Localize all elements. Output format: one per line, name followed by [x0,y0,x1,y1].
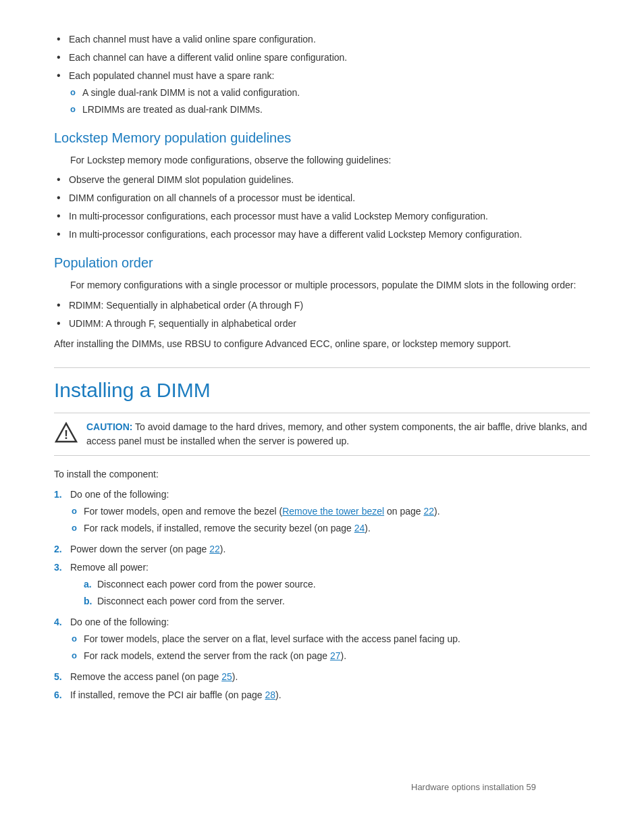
step-2-num: 2. [54,542,70,556]
installing-heading: Installing a DIMM [54,367,590,402]
step-3-subitems: a. Disconnect each power cord from the p… [70,577,590,608]
intro-bullet-3: Each populated channel must have a spare… [54,69,590,117]
link-page-27[interactable]: 27 [330,650,341,661]
step-1-subitems: For tower models, open and remove the be… [70,504,590,536]
step-3-sub-a: a. Disconnect each power cord from the p… [70,577,590,592]
link-page-28[interactable]: 28 [265,689,275,700]
install-intro: To install the component: [54,467,590,481]
install-steps: 1. Do one of the following: For tower mo… [54,488,590,702]
population-footer-text: After installing the DIMMs, use RBSU to … [54,336,590,351]
step-1-num: 1. [54,488,70,538]
caution-label: CAUTION: [86,421,132,432]
svg-text:!: ! [64,428,68,442]
lockstep-bullet-3: In multi-processor configurations, each … [54,209,590,224]
step-3-sub-b: b. Disconnect each power cord from the s… [70,594,590,608]
intro-bullet-1: Each channel must have a valid online sp… [54,32,590,47]
lockstep-heading: Lockstep Memory population guidelines [54,130,590,146]
step-2: 2. Power down the server (on page 22). [54,542,590,556]
step-1-sub-1: For tower models, open and remove the be… [70,504,590,519]
lockstep-bullet-4: In multi-processor configurations, each … [54,228,590,242]
step-1-content: Do one of the following: For tower model… [70,488,590,538]
population-bullet-1: RDIMM: Sequentially in alphabetical orde… [54,298,590,313]
population-heading: Population order [54,255,590,271]
step-4-num: 4. [54,615,70,666]
subbullet-1: A single dual-rank DIMM is not a valid c… [69,86,590,100]
caution-box: ! CAUTION: To avoid damage to the hard d… [54,413,590,456]
step-6: 6. If installed, remove the PCI air baff… [54,688,590,702]
step-3-label-b: b. [84,594,97,608]
intro-bullet-2: Each channel can have a different valid … [54,51,590,65]
step-4-sub-2: For rack models, extend the server from … [70,649,590,663]
spare-rank-subbullets: A single dual-rank DIMM is not a valid c… [69,86,590,117]
link-remove-bezel[interactable]: Remove the tower bezel [282,506,384,517]
lockstep-bullet-list: Observe the general DIMM slot population… [54,173,590,242]
population-bullet-list: RDIMM: Sequentially in alphabetical orde… [54,298,590,331]
lockstep-intro: For Lockstep memory mode configurations,… [70,153,590,167]
step-4-subitems: For tower models, place the server on a … [70,632,590,663]
step-5: 5. Remove the access panel (on page 25). [54,670,590,684]
caution-text: CAUTION: To avoid damage to the hard dri… [86,420,590,448]
population-bullet-2: UDIMM: A through F, sequentially in alph… [54,317,590,331]
step-1-sub-2: For rack models, if installed, remove th… [70,521,590,536]
intro-bullet-list: Each channel must have a valid online sp… [54,32,590,117]
step-5-content: Remove the access panel (on page 25). [70,670,590,684]
caution-icon: ! [54,421,78,446]
step-4: 4. Do one of the following: For tower mo… [54,615,590,666]
step-3: 3. Remove all power: a. Disconnect each … [54,561,590,611]
link-page-24[interactable]: 24 [354,523,365,533]
subbullet-2: LRDIMMs are treated as dual-rank DIMMs. [69,103,590,117]
step-5-num: 5. [54,670,70,684]
link-page-22b[interactable]: 22 [209,544,220,554]
lockstep-bullet-2: DIMM configuration on all channels of a … [54,191,590,205]
step-6-content: If installed, remove the PCI air baffle … [70,688,590,702]
link-page-25[interactable]: 25 [221,671,232,682]
link-page-22a[interactable]: 22 [424,506,435,517]
step-4-sub-1: For tower models, place the server on a … [70,632,590,646]
lockstep-bullet-1: Observe the general DIMM slot population… [54,173,590,187]
step-4-content: Do one of the following: For tower model… [70,615,590,666]
step-3-num: 3. [54,561,70,611]
page-footer: Hardware options installation 59 [411,782,536,792]
population-intro: For memory configurations with a single … [70,278,590,292]
step-3-label-a: a. [84,577,97,592]
step-2-content: Power down the server (on page 22). [70,542,590,556]
step-3-content: Remove all power: a. Disconnect each pow… [70,561,590,611]
step-1: 1. Do one of the following: For tower mo… [54,488,590,538]
step-6-num: 6. [54,688,70,702]
